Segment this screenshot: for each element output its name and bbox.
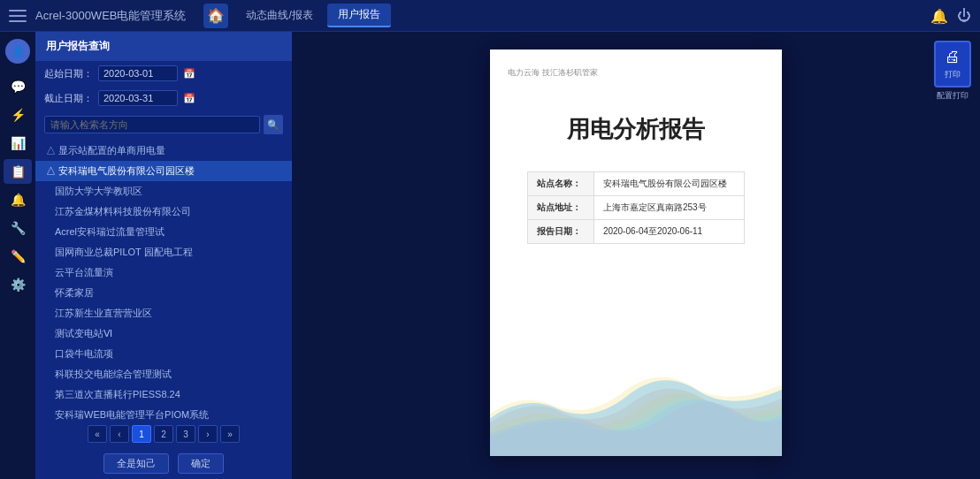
list-item[interactable]: 第三道次直播耗行PIESS8.24 [35, 384, 292, 405]
doc-info-table: 站点名称： 安科瑞电气股份有限公司园区楼 站点地址： 上海市嘉定区真南路253号… [527, 171, 746, 244]
nav-report[interactable]: 📋 [4, 159, 32, 184]
page-next-button[interactable]: › [198, 425, 218, 443]
left-nav: 👤 💬 ⚡ 📊 📋 🔔 🔧 ✏️ ⚙️ [0, 32, 35, 479]
confirm-button[interactable]: 确定 [178, 453, 224, 474]
panel-header: 用户报告查询 [35, 32, 292, 61]
list-item[interactable]: 江苏金煤材料科技股份有限公司 [35, 201, 292, 222]
start-date-calendar-icon[interactable]: 📅 [183, 68, 195, 80]
bell-icon[interactable]: 🔔 [930, 7, 948, 24]
nav-alarm[interactable]: 🔔 [4, 187, 32, 212]
page-first-button[interactable]: « [88, 425, 107, 443]
wave-decoration [490, 341, 782, 456]
search-button[interactable]: 🔍 [264, 115, 283, 134]
page-3-button[interactable]: 3 [176, 425, 195, 443]
action-row: 全是知己 确定 [35, 448, 292, 479]
list-item[interactable]: 口袋牛电流项 [35, 344, 292, 364]
select-all-button[interactable]: 全是知己 [103, 453, 169, 474]
start-date-input[interactable] [98, 65, 178, 81]
document-preview: 电力云海 技汇洛杉矶管家 用电分析报告 站点名称： 安科瑞电气股份有限公司园区楼… [490, 49, 782, 456]
list-item[interactable]: 云平台流量演 [35, 262, 292, 283]
list-item[interactable]: △ 安科瑞电气股份有限公司园区楼 [35, 161, 292, 181]
end-date-input[interactable] [98, 90, 178, 106]
end-date-calendar-icon[interactable]: 📅 [183, 93, 195, 104]
top-bar-right: 🔔 ⏻ [930, 7, 971, 24]
list-item[interactable]: 科联投交电能综合管理测试 [35, 364, 292, 384]
power-icon[interactable]: ⏻ [957, 8, 971, 24]
table-row: 站点名称： 安科瑞电气股份有限公司园区楼 [527, 172, 745, 196]
print-button[interactable]: 🖨 打印 [934, 41, 971, 87]
search-input[interactable] [44, 116, 260, 133]
pagination: « ‹ 1 2 3 › » [35, 420, 292, 448]
start-date-row: 起始日期： 📅 [35, 61, 292, 86]
search-row: 🔍 [35, 110, 292, 139]
app-title: Acrel-3000WEB电能管理系统 [35, 8, 186, 24]
end-date-row: 截止日期： 📅 [35, 86, 292, 110]
nav-message[interactable]: 💬 [4, 74, 32, 99]
menu-icon[interactable] [9, 10, 27, 22]
page-1-button[interactable]: 1 [132, 425, 151, 443]
info-value: 安科瑞电气股份有限公司园区楼 [593, 172, 744, 196]
info-key: 报告日期： [527, 220, 593, 244]
list-item[interactable]: 江苏新生业直营营业区 [35, 303, 292, 323]
list-item[interactable]: 怀柔家居 [35, 283, 292, 303]
doc-title: 用电分析报告 [508, 114, 764, 145]
page-last-button[interactable]: » [220, 425, 240, 443]
print-icon: 🖨 [945, 48, 961, 66]
tab-user[interactable]: 用户报告 [327, 4, 391, 27]
table-row: 报告日期： 2020-06-04至2020-06-11 [527, 220, 745, 244]
nav-settings[interactable]: ⚙️ [4, 272, 32, 297]
start-date-label: 起始日期： [44, 67, 93, 80]
print-sub-label: 配置打印 [937, 90, 969, 102]
nav-tabs: 动态曲线/报表 用户报告 [235, 4, 390, 27]
tab-energy[interactable]: 动态曲线/报表 [235, 4, 323, 27]
nav-edit[interactable]: ✏️ [4, 244, 32, 269]
home-button[interactable]: 🏠 [203, 4, 228, 28]
info-value: 上海市嘉定区真南路253号 [593, 196, 744, 220]
avatar[interactable]: 👤 [5, 39, 30, 64]
list-item[interactable]: 测试变电站Ⅵ [35, 323, 292, 344]
list-item[interactable]: 安科瑞WEB电能管理平台PIOM系统 [35, 405, 292, 420]
nav-energy[interactable]: ⚡ [4, 103, 32, 127]
print-label: 打印 [945, 69, 961, 80]
page-prev-button[interactable]: ‹ [110, 425, 129, 443]
main-content: 用户报告查询 起始日期： 📅 截止日期： 📅 🔍 △ 显示站配置的单商用电量 △… [35, 32, 980, 479]
table-row: 站点地址： 上海市嘉定区真南路253号 [527, 196, 745, 220]
list-item[interactable]: △ 显示站配置的单商用电量 [35, 141, 292, 161]
doc-top-text: 电力云海 技汇洛杉矶管家 [508, 67, 764, 79]
page-2-button[interactable]: 2 [154, 425, 173, 443]
left-panel: 用户报告查询 起始日期： 📅 截止日期： 📅 🔍 △ 显示站配置的单商用电量 △… [35, 32, 292, 479]
info-key: 站点地址： [527, 196, 593, 220]
nav-chart[interactable]: 📊 [4, 131, 32, 156]
nav-tool[interactable]: 🔧 [4, 216, 32, 240]
info-value: 2020-06-04至2020-06-11 [593, 220, 744, 244]
list-item[interactable]: 国防大学大学教职区 [35, 181, 292, 201]
home-icon: 🏠 [207, 7, 225, 24]
top-bar: Acrel-3000WEB电能管理系统 🏠 动态曲线/报表 用户报告 🔔 ⏻ [0, 0, 980, 32]
list-item[interactable]: 国网商业总裁PILOT 园配电工程 [35, 242, 292, 262]
list-item[interactable]: Acrel安科瑞过流量管理试 [35, 222, 292, 242]
print-area: 🖨 打印 配置打印 [934, 41, 971, 102]
info-key: 站点名称： [527, 172, 593, 196]
end-date-label: 截止日期： [44, 92, 93, 105]
list-area: △ 显示站配置的单商用电量 △ 安科瑞电气股份有限公司园区楼 国防大学大学教职区… [35, 139, 292, 420]
right-panel: 电力云海 技汇洛杉矶管家 用电分析报告 站点名称： 安科瑞电气股份有限公司园区楼… [292, 32, 980, 479]
